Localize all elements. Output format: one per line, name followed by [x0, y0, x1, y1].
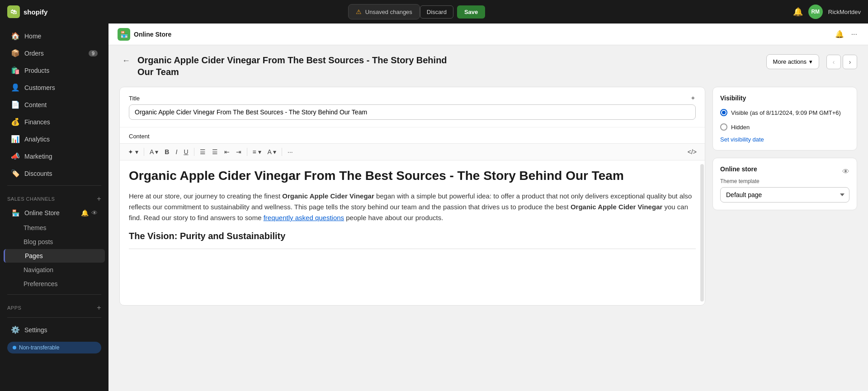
sidebar-sub-item-preferences[interactable]: Preferences [4, 277, 105, 291]
toolbar-indent-button[interactable]: ⇥ [233, 146, 244, 157]
eye-small-icon[interactable]: 👁 [91, 209, 98, 217]
toolbar-unordered-list-button[interactable]: ☰ [197, 146, 208, 157]
sales-channels-label: Sales channels + [0, 189, 108, 205]
avatar[interactable]: RM [808, 5, 823, 19]
toolbar-ordered-list-button[interactable]: ☰ [209, 146, 221, 157]
toolbar-ai-button[interactable]: ✦ ▾ [125, 146, 141, 157]
unsaved-label: Unsaved changes [365, 9, 412, 15]
online-store-label: Online Store [24, 209, 60, 217]
sales-channels-expand-icon[interactable]: + [97, 195, 101, 203]
toolbar-sep-3 [247, 148, 247, 156]
theme-template-select[interactable]: Default page Custom page Contact [720, 187, 849, 203]
online-store-card-title: Online store [720, 165, 757, 173]
pages-label: Pages [25, 252, 43, 259]
sidebar-sub-item-themes[interactable]: Themes [4, 221, 105, 235]
sidebar-item-customers[interactable]: 👤 Customers [4, 79, 105, 96]
toolbar-source-button[interactable]: </> [685, 146, 699, 157]
page-header-right: More actions ▾ ‹ › [766, 54, 857, 69]
apps-label: Apps + [0, 298, 108, 314]
orders-badge: 9 [89, 50, 98, 57]
sidebar-item-content[interactable]: 📄 Content [4, 96, 105, 113]
sidebar-item-label: Products [24, 67, 49, 74]
editor-heading-2: The Vision: Purity and Sustainability [129, 229, 696, 243]
sidebar-item-label: Analytics [24, 136, 50, 143]
sidebar-sub-item-navigation[interactable]: Navigation [4, 263, 105, 277]
toolbar-align-button[interactable]: ≡ ▾ [250, 146, 264, 157]
preferences-label: Preferences [24, 280, 57, 287]
next-page-button[interactable]: › [843, 55, 857, 69]
sidebar-item-marketing[interactable]: 📣 Marketing [4, 148, 105, 165]
username-label: RickMortdev [828, 9, 861, 15]
toolbar-bold-button[interactable]: B [162, 146, 172, 157]
secondary-nav: 🏪 Online Store 🔔 ··· [108, 24, 868, 45]
sidebar-sub-item-pages[interactable]: Pages [4, 249, 105, 263]
editor-p1-link[interactable]: frequently asked questions [264, 214, 344, 221]
settings-label: Settings [24, 326, 47, 334]
bell-small-icon[interactable]: 🔔 [81, 209, 89, 217]
toolbar-underline-button[interactable]: U [181, 146, 191, 157]
finances-icon: 💰 [11, 118, 20, 126]
toolbar-outdent-button[interactable]: ⇤ [222, 146, 232, 157]
set-visibility-date-link[interactable]: Set visibility date [720, 136, 849, 143]
sidebar-item-analytics[interactable]: 📊 Analytics [4, 131, 105, 147]
secondary-nav-more-button[interactable]: ··· [849, 28, 859, 40]
main-content: ← Organic Apple Cider Vinegar From The B… [108, 45, 868, 391]
notifications-icon[interactable]: 🔔 [793, 7, 803, 17]
more-actions-button[interactable]: More actions ▾ [766, 54, 819, 69]
toolbar-italic-button[interactable]: I [173, 146, 180, 157]
save-button[interactable]: Save [457, 5, 485, 19]
toolbar-sep-2 [194, 148, 194, 156]
title-section: Title ✦ [120, 87, 705, 127]
themes-label: Themes [24, 224, 47, 231]
editor-p1-tail: people have about our products. [344, 214, 443, 221]
toolbar-more-button[interactable]: ··· [285, 146, 296, 157]
sidebar-sub-item-blog-posts[interactable]: Blog posts [4, 235, 105, 249]
sidebar-item-discounts[interactable]: 🏷️ Discounts [4, 165, 105, 182]
prev-page-button[interactable]: ‹ [826, 55, 841, 69]
logo[interactable]: 🛍 shopify [7, 5, 47, 18]
sidebar-item-label: Marketing [24, 153, 52, 160]
blog-posts-label: Blog posts [24, 238, 53, 245]
secondary-nav-actions: 🔔 ··· [833, 28, 859, 40]
radio-visible-inner [722, 111, 726, 114]
online-store-eye-icon[interactable]: 👁 [842, 168, 849, 176]
orders-icon: 📦 [11, 49, 20, 57]
visibility-visible-option[interactable]: Visible (as of 8/11/2024, 9:09 PM GMT+6) [720, 107, 849, 118]
non-transferable-pill[interactable]: Non-transferable [7, 342, 101, 353]
apps-expand-icon[interactable]: + [97, 304, 101, 312]
nav-arrows: ‹ › [826, 55, 857, 69]
discard-button[interactable]: Discard [420, 5, 453, 19]
toolbar-font-button[interactable]: A ▾ [147, 146, 161, 157]
marketing-icon: 📣 [11, 152, 20, 160]
online-store-icons: 🔔 👁 [81, 209, 98, 217]
sidebar-item-finances[interactable]: 💰 Finances [4, 113, 105, 130]
logo-text: shopify [24, 8, 47, 16]
visibility-hidden-option[interactable]: Hidden [720, 122, 849, 132]
products-icon: 🛍️ [11, 66, 20, 75]
toolbar-text-color-button[interactable]: A ▾ [265, 146, 279, 157]
sidebar-item-products[interactable]: 🛍️ Products [4, 62, 105, 79]
title-field-icon[interactable]: ✦ [690, 94, 696, 102]
page-title: Organic Apple Cider Vinegar From The Bes… [137, 54, 454, 78]
unsaved-changes-pill: ⚠ Unsaved changes [348, 4, 420, 19]
topbar: 🛍 shopify ⚠ Unsaved changes Discard Save… [0, 0, 868, 24]
editor-area[interactable]: Organic Apple Cider Vinegar From The Bes… [120, 160, 705, 305]
visibility-card: Visibility Visible (as of 8/11/2024, 9:0… [712, 87, 857, 151]
sidebar-item-label: Content [24, 101, 47, 108]
title-input[interactable] [129, 104, 696, 120]
secondary-nav-bell-button[interactable]: 🔔 [833, 28, 846, 40]
theme-template-label: Theme template [720, 178, 849, 184]
sidebar-item-settings[interactable]: ⚙️ Settings [4, 321, 105, 338]
topbar-center: ⚠ Unsaved changes Discard Save [53, 4, 780, 19]
content-grid: Title ✦ Content ✦ ▾ A ▾ B [119, 87, 857, 306]
avatar-initials: RM [811, 9, 820, 15]
sidebar-item-orders[interactable]: 📦 Orders 9 [4, 45, 105, 61]
sidebar-item-online-store[interactable]: 🏪 Online Store 🔔 👁 [4, 205, 105, 221]
navigation-label: Navigation [24, 266, 53, 273]
editor-heading: Organic Apple Cider Vinegar From The Bes… [129, 168, 696, 184]
sidebar-item-home[interactable]: 🏠 Home [4, 28, 105, 44]
visibility-card-title: Visibility [720, 94, 849, 102]
sidebar-divider-2 [7, 294, 101, 295]
back-button[interactable]: ← [119, 55, 133, 66]
sidebar-item-label: Finances [24, 118, 50, 126]
